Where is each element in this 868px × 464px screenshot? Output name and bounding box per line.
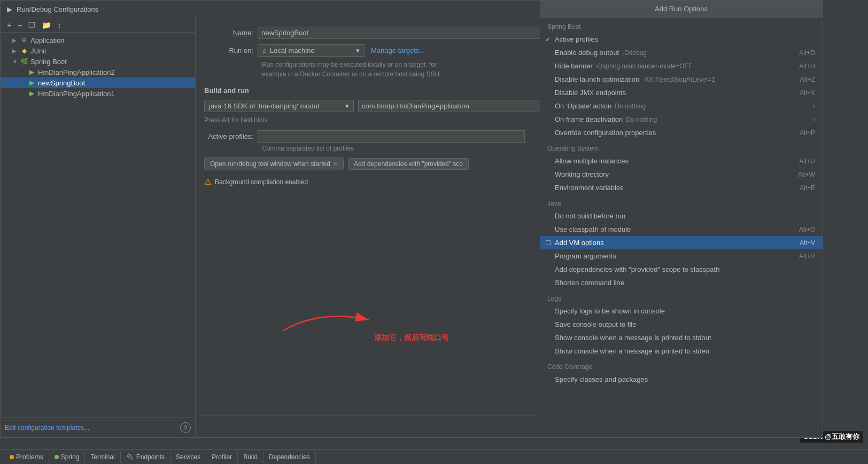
- status-tab-dependencies[interactable]: Dependencies: [264, 451, 316, 463]
- remove-config-button[interactable]: −: [15, 20, 24, 30]
- status-tab-endpoints[interactable]: 🔌 Endpoints: [121, 451, 170, 463]
- aro-label-shorten-cmd: Shorten command line: [555, 279, 624, 287]
- aro-item-classpath-module[interactable]: Use classpath of module Alt+O: [540, 223, 823, 236]
- aro-item-frame-deactivation[interactable]: On frame deactivation Do nothing ›: [540, 113, 823, 126]
- status-tab-terminal[interactable]: Terminal: [85, 451, 120, 463]
- aro-label-save-console: Save console output to file: [555, 320, 637, 328]
- status-tab-profiler[interactable]: Profiler: [206, 451, 238, 463]
- tree-item-application[interactable]: ▶ 🖥 Application: [1, 35, 195, 45]
- tree-item-newspringboot[interactable]: ▶ ▶ newSpringBoot: [1, 77, 195, 88]
- aro-item-override-props[interactable]: Override configuration properties Alt+P: [540, 126, 823, 139]
- aro-shortcut-program-args: Alt+R: [799, 253, 815, 260]
- status-tab-build[interactable]: Build: [238, 451, 264, 463]
- aro-label-multiple: Allow multiple instances: [555, 157, 629, 165]
- tag-open-window[interactable]: Open run/debug tool window when started …: [204, 158, 344, 170]
- aro-item-program-args[interactable]: Program arguments Alt+R: [540, 249, 823, 263]
- app-icon: 🖥: [20, 36, 28, 44]
- status-tab-spring-label: Spring: [61, 453, 80, 461]
- status-tab-services[interactable]: Services: [170, 451, 206, 463]
- aro-item-no-build[interactable]: Do not build before run: [540, 209, 823, 223]
- section-java: Java: [540, 194, 823, 209]
- aro-item-env-vars[interactable]: Environment variables Alt+E: [540, 181, 823, 194]
- aro-shortcut-override: Alt+P: [800, 129, 815, 137]
- folder-config-button[interactable]: 📁: [40, 20, 53, 30]
- sdk-chevron-icon: ▾: [345, 102, 349, 110]
- aro-item-disable-jmx[interactable]: Disable JMX endpoints Alt+X: [540, 86, 823, 99]
- tag1-close-icon[interactable]: ×: [334, 160, 338, 168]
- aro-label-frame-deact: On frame deactivation: [555, 115, 623, 123]
- local-machine-dropdown[interactable]: ⌂ Local machine ▾: [258, 44, 365, 57]
- run-icon-3: ▶: [27, 89, 36, 98]
- tag2-label: Add dependencies with "provided" sco: [354, 160, 463, 168]
- aro-item-working-dir[interactable]: Working directory Alt+W: [540, 168, 823, 181]
- tree-item-junit[interactable]: ▶ ◆ JUnit: [1, 45, 195, 56]
- aro-label-override-props: Override configuration properties: [555, 129, 656, 137]
- tree-label-application: Application: [30, 36, 65, 44]
- aro-arrow-frame-deact: ›: [813, 116, 815, 123]
- tree-item-hmdianping1[interactable]: ▶ ▶ HmDianPingApplication1: [1, 88, 195, 99]
- help-button[interactable]: ?: [180, 422, 191, 433]
- aro-desc-hide-banner: -Dspring.main.banner-mode=OFF: [596, 62, 692, 70]
- add-config-button[interactable]: +: [5, 20, 13, 30]
- run-on-label: Run on:: [204, 46, 258, 54]
- aro-item-save-console[interactable]: Save console output to file: [540, 318, 823, 331]
- active-profiles-input[interactable]: [258, 130, 525, 143]
- aro-label-show-stdout: Show console when a message is printed t…: [555, 334, 711, 342]
- tree-label-spring-boot: Spring Boot: [30, 58, 67, 66]
- tag-add-deps[interactable]: Add dependencies with "provided" sco: [348, 158, 469, 170]
- aro-desc-update: Do nothing: [615, 103, 646, 110]
- aro-shortcut-disable-launch: Alt+Z: [800, 76, 815, 83]
- copy-config-button[interactable]: ❐: [26, 20, 37, 30]
- tree-item-spring-boot[interactable]: ▼ 🌿 Spring Boot: [1, 56, 195, 67]
- aro-item-code-coverage[interactable]: Specify classes and packages: [540, 373, 823, 386]
- aro-label-disable-launch: Disable launch optimization: [555, 75, 639, 83]
- section-spring-boot: Spring Boot: [540, 18, 823, 33]
- aro-shortcut-env-vars: Alt+E: [800, 184, 815, 192]
- aro-item-show-stdout[interactable]: Show console when a message is printed t…: [540, 331, 823, 344]
- aro-item-disable-launch[interactable]: Disable launch optimization -XX:TieredSt…: [540, 73, 823, 86]
- aro-item-active-profiles[interactable]: ✓ Active profiles: [540, 33, 823, 46]
- aro-desc-disable-launch: -XX:TieredStopAtLevel=1: [642, 76, 715, 83]
- sdk-dropdown[interactable]: java 16 SDK of 'hm-dianping' modul ▾: [204, 100, 354, 112]
- section-logs: Logs: [540, 289, 823, 304]
- aro-shortcut-debug: Alt+D: [799, 49, 815, 57]
- edit-templates-link[interactable]: Edit configuration templates...: [5, 424, 89, 431]
- status-tab-problems[interactable]: Problems: [4, 451, 49, 463]
- vm-icon: ☐: [545, 239, 551, 247]
- aro-item-update-action[interactable]: On 'Update' action Do nothing ›: [540, 99, 823, 113]
- aro-shortcut-disable-jmx: Alt+X: [800, 89, 815, 97]
- name-input[interactable]: [258, 27, 559, 39]
- aro-label-disable-jmx: Disable JMX endpoints: [555, 89, 626, 97]
- status-tab-services-label: Services: [176, 453, 200, 461]
- sort-config-button[interactable]: ↕: [55, 20, 63, 30]
- status-tab-terminal-label: Terminal: [90, 453, 114, 461]
- aro-label-hide-banner: Hide banner: [555, 62, 593, 70]
- aro-label-show-stderr: Show console when a message is printed t…: [555, 347, 710, 355]
- manage-targets-link[interactable]: Manage targets...: [371, 46, 425, 54]
- warning-text: Background compilation enabled: [215, 178, 308, 186]
- aro-item-logs-console[interactable]: Specify logs to be shown in console: [540, 304, 823, 318]
- aro-shortcut-working-dir: Alt+W: [798, 171, 815, 178]
- left-panel-footer: Edit configuration templates... ?: [1, 418, 195, 437]
- aro-item-shorten-cmd[interactable]: Shorten command line: [540, 276, 823, 289]
- tree-item-hmdianping2[interactable]: ▶ ▶ HmDianPingApplication2: [1, 67, 195, 77]
- status-tab-dependencies-label: Dependencies: [269, 453, 310, 461]
- aro-item-add-deps-provided[interactable]: Add dependencies with "provided" scope t…: [540, 263, 823, 276]
- aro-item-hide-banner[interactable]: Hide banner -Dspring.main.banner-mode=OF…: [540, 59, 823, 73]
- aro-label-debug-output: Enable debug output: [555, 49, 619, 57]
- aro-desc-debug: -Ddebug: [622, 49, 647, 57]
- problems-dot-icon: [10, 455, 14, 459]
- aro-label-working-dir: Working directory: [555, 170, 609, 178]
- arrow-spring-boot: ▼: [12, 59, 20, 65]
- aro-shortcut-add-vm: Alt+V: [800, 239, 815, 247]
- status-tab-spring[interactable]: Spring: [49, 451, 86, 463]
- aro-item-debug-output[interactable]: Enable debug output -Ddebug Alt+D: [540, 46, 823, 59]
- tree-label-newspringboot: newSpringBoot: [38, 79, 85, 87]
- local-machine-text: Local machine: [270, 46, 315, 54]
- spring-dot-icon: [55, 455, 59, 459]
- aro-item-show-stderr[interactable]: Show console when a message is printed t…: [540, 344, 823, 358]
- aro-item-multiple-instances[interactable]: Allow multiple instances Alt+U: [540, 154, 823, 168]
- aro-body: Spring Boot ✓ Active profiles Enable deb…: [540, 18, 823, 437]
- aro-item-add-vm-options[interactable]: ☐ Add VM options Alt+V: [540, 236, 823, 249]
- arrow-application: ▶: [12, 37, 20, 43]
